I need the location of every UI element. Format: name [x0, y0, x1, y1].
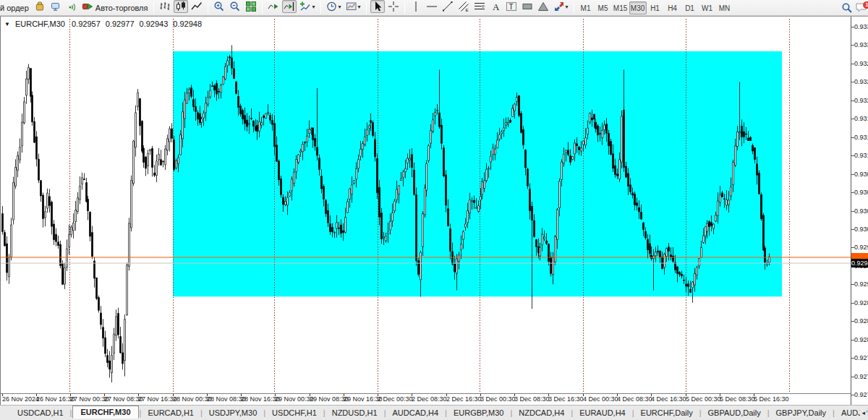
toolbar-group-scroll	[265, 0, 297, 15]
chart-tab-bar: USDCAD,H1|EURCHF,M30|EURCAD,H1|USDJPY,M3…	[0, 405, 868, 420]
time-axis-label: 29 Nov 00:30	[275, 395, 314, 403]
toolbar-separator	[153, 2, 154, 14]
price-axis-label: 0.9279	[854, 354, 868, 361]
chart-tab-nzdusd-h1[interactable]: NZDUSD,H1	[326, 407, 383, 419]
timeframe-button-h1[interactable]: H1	[647, 1, 664, 14]
price-axis-label: 0.9276	[854, 373, 868, 380]
price-axis-label: 0.9309	[854, 171, 868, 178]
price-axis-label: 0.9300	[854, 226, 868, 233]
toolbar-group-pointer	[370, 0, 401, 15]
vline-icon[interactable]	[409, 0, 423, 13]
timeframe-button-h4[interactable]: H4	[664, 1, 681, 14]
time-axis-label: 29 Nov 08:30	[310, 395, 349, 403]
time-axis-label: 2 Dec 16:30	[446, 395, 482, 403]
arrows-icon[interactable]: ▾	[552, 0, 570, 13]
chart-close-value: 0.92948	[173, 20, 202, 28]
timeframe-toolbar: M1M5M15M30H1H4D1W1MN	[577, 1, 733, 15]
bars-icon[interactable]	[158, 0, 172, 13]
toolbar-group-terminal	[32, 0, 95, 15]
time-axis-label: 27 Nov 16:30	[138, 395, 177, 403]
add-indicator-icon[interactable]: ▾	[298, 0, 316, 13]
time-axis[interactable]: 26 Nov 202426 Nov 16:3027 Nov 00:3027 No…	[1, 395, 851, 405]
candles-icon[interactable]	[174, 0, 188, 13]
auto-scroll-icon[interactable]	[266, 0, 281, 13]
chart-low-value: 0.92943	[140, 20, 169, 28]
crosshair-icon[interactable]	[386, 0, 401, 13]
channel-icon[interactable]: E	[456, 0, 471, 13]
computer-icon[interactable]	[48, 0, 63, 13]
range-rectangle-overlay[interactable]	[173, 51, 782, 296]
time-axis-label: 5 Dec 00:30	[686, 395, 721, 403]
chart-tab-eurchf-daily[interactable]: EURCHF,Daily	[635, 407, 699, 419]
time-axis-label: 3 Dec 08:30	[514, 395, 550, 403]
timeframe-button-mn[interactable]: MN	[716, 1, 733, 14]
toolbar-group-drawing: EFAT▾	[408, 0, 571, 15]
chevron-down-icon[interactable]: ▼	[4, 21, 10, 27]
time-axis-label: 4 Dec 00:30	[583, 395, 618, 403]
tile-windows-icon[interactable]	[244, 0, 258, 13]
autotrading-label[interactable]: Авто-торговля	[95, 4, 151, 12]
svg-text:T: T	[509, 3, 513, 11]
timeframe-button-w1[interactable]: W1	[699, 1, 716, 14]
time-axis-label: 27 Nov 08:30	[104, 395, 143, 403]
time-axis-label: 4 Dec 08:30	[617, 395, 652, 403]
hline-icon[interactable]	[425, 0, 439, 13]
time-axis-label: 27 Nov 00:30	[70, 395, 109, 403]
chart-tab-nzdcad-h4[interactable]: NZDCAD,H4	[513, 407, 570, 419]
toolbar-separator	[262, 2, 263, 14]
timeframe-button-m1[interactable]: M1	[577, 1, 595, 14]
templates-icon[interactable]: ▾	[344, 0, 362, 13]
search-icon[interactable]	[840, 1, 854, 14]
timeframe-button-m15[interactable]: M15	[612, 1, 629, 14]
timeframe-button-m5[interactable]: M5	[595, 1, 612, 14]
triangle-icon[interactable]	[536, 0, 550, 13]
chart-tab-euraud-h4[interactable]: EURAUD,H4	[574, 407, 631, 419]
new-order-button[interactable]: й ордер	[0, 4, 32, 12]
chart-tab-eurchf-m30[interactable]: EURCHF,M30	[72, 406, 138, 419]
zoom-out-icon[interactable]	[228, 0, 242, 13]
chart-tab-usdjpy-m30[interactable]: USDJPY,M30	[203, 407, 263, 419]
price-axis-label: 0.9273	[854, 391, 868, 398]
notification-icon[interactable]: 1	[855, 1, 868, 14]
chart-tab-eurgbp-m30[interactable]: EURGBP,M30	[448, 407, 510, 419]
cursor-icon[interactable]	[370, 0, 385, 13]
price-axis-label: 0.9321	[854, 97, 868, 104]
chart-tab-usdcad-h1[interactable]: USDCAD,H1	[12, 407, 69, 419]
timeframe-button-d1[interactable]: D1	[681, 1, 699, 14]
fibo-icon[interactable]: F	[472, 0, 487, 13]
rectangle-icon[interactable]	[520, 0, 535, 13]
chart-shift-icon[interactable]	[282, 0, 297, 13]
price-axis-label: 0.9330	[854, 41, 868, 48]
chart-tab-gbpjpy-daily[interactable]: GBPJPY,Daily	[770, 407, 833, 419]
chart-tab-audcad-h4[interactable]: AUDCAD,H4	[387, 407, 445, 419]
line-chart-icon[interactable]	[190, 0, 204, 13]
chart-tab-eurcad-h1[interactable]: EURCAD,H1	[142, 407, 200, 419]
price-axis-label: 0.9297	[854, 244, 868, 251]
time-axis-label: 29 Nov 16:30	[344, 395, 383, 403]
trendline-icon[interactable]	[441, 0, 455, 13]
chart-tab-gbpaud-daily[interactable]: GBPAUD,Daily	[702, 407, 767, 419]
toolbar-group-indicators: ▾	[297, 0, 317, 15]
chart-window[interactable]: ▼ EURCHF,M30 0.92957 0.92977 0.92943 0.9…	[0, 16, 868, 405]
signals-icon[interactable]	[64, 0, 79, 13]
zoom-in-icon[interactable]	[212, 0, 226, 13]
price-axis[interactable]: 0.92948 0.93330.93300.93270.93240.93210.…	[851, 17, 868, 405]
price-axis-label: 0.9303	[854, 207, 868, 215]
timeframe-button-m30[interactable]: M30	[629, 1, 647, 14]
price-axis-label: 0.9288	[854, 299, 868, 307]
chart-canvas[interactable]	[1, 17, 851, 405]
periods-icon[interactable]: ▾	[325, 0, 343, 13]
chart-tab-usdchf-h1[interactable]: USDCHF,H1	[266, 407, 323, 419]
bid-price-box: 0.92948	[851, 259, 868, 267]
toolbar-right: 1	[839, 1, 865, 14]
toolbar-separator	[320, 2, 321, 14]
time-axis-label: 5 Dec 16:30	[754, 395, 789, 403]
label-icon[interactable]: T	[504, 0, 519, 13]
svg-text:A: A	[493, 1, 500, 12]
price-axis-label: 0.9291	[854, 280, 868, 288]
tab-overflow-arrow-icon[interactable]: ◂	[860, 409, 867, 416]
money-bag-icon[interactable]	[33, 0, 47, 13]
time-axis-label: 28 Nov 08:30	[207, 395, 246, 403]
autotrading-icon[interactable]	[80, 0, 95, 13]
text-icon[interactable]: A	[488, 0, 503, 13]
